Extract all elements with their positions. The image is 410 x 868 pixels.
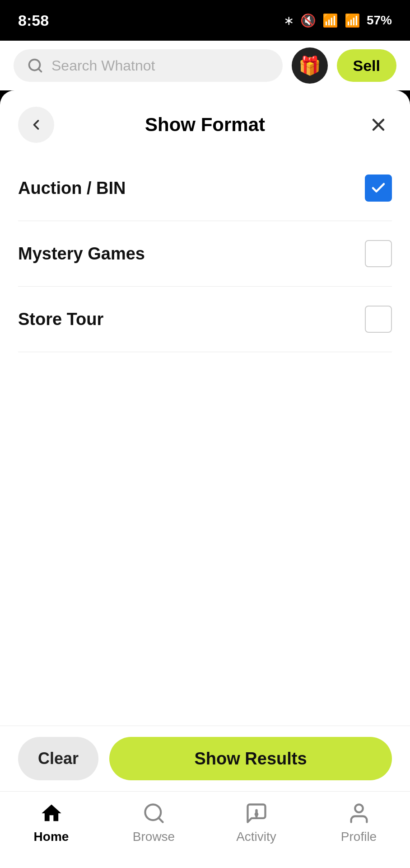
nav-label-home: Home — [34, 830, 69, 844]
signal-icon: 📶 — [345, 13, 360, 28]
checkbox-store-tour[interactable] — [365, 306, 392, 333]
search-placeholder: Search Whatnot — [51, 57, 155, 74]
battery-label: 57% — [367, 13, 392, 28]
svg-line-1 — [38, 69, 42, 72]
nav-label-browse: Browse — [133, 830, 175, 844]
close-icon — [368, 115, 388, 135]
bluetooth-icon: ∗ — [284, 13, 294, 28]
filter-item-store-tour[interactable]: Store Tour — [18, 287, 392, 352]
gift-icon: 🎁 — [298, 55, 321, 76]
activity-icon — [244, 801, 269, 826]
modal-title: Show Format — [145, 114, 265, 136]
home-icon — [39, 801, 64, 826]
checkbox-auction-bin[interactable] — [365, 175, 392, 202]
filter-item-auction-bin[interactable]: Auction / BIN — [18, 156, 392, 221]
sell-label: Sell — [353, 57, 380, 75]
gift-button[interactable]: 🎁 — [292, 47, 328, 84]
filter-options: Auction / BIN Mystery Games Store Tour — [0, 156, 410, 352]
back-icon — [28, 117, 44, 133]
show-results-label: Show Results — [194, 749, 307, 769]
status-bar: 8:58 ∗ 🔇 📶 📶 57% — [0, 0, 410, 41]
checkbox-mystery-games[interactable] — [365, 240, 392, 267]
checkmark-icon — [370, 180, 387, 196]
status-icons: ∗ 🔇 📶 📶 57% — [284, 13, 392, 28]
close-button[interactable] — [365, 111, 392, 138]
nav-item-browse[interactable]: Browse — [102, 801, 205, 844]
bottom-nav: Home Browse Activity Profile — [0, 791, 410, 868]
nav-item-profile[interactable]: Profile — [308, 801, 410, 844]
top-bar: Search Whatnot 🎁 Sell — [0, 41, 410, 90]
filter-label-mystery-games: Mystery Games — [18, 244, 145, 264]
nav-item-activity[interactable]: Activity — [205, 801, 308, 844]
nav-item-home[interactable]: Home — [0, 801, 102, 844]
wifi-icon: 📶 — [322, 13, 338, 28]
bottom-action-bar: Clear Show Results — [0, 726, 410, 791]
svg-point-7 — [355, 805, 363, 812]
status-time: 8:58 — [18, 12, 49, 29]
search-bar[interactable]: Search Whatnot — [14, 49, 283, 82]
nav-label-profile: Profile — [341, 830, 377, 844]
svg-point-6 — [255, 813, 257, 815]
sell-button[interactable]: Sell — [337, 49, 396, 82]
filter-label-store-tour: Store Tour — [18, 310, 103, 329]
svg-line-5 — [158, 818, 163, 822]
filter-label-auction-bin: Auction / BIN — [18, 179, 126, 198]
modal-header: Show Format — [0, 90, 410, 156]
search-icon — [27, 57, 43, 74]
clear-label: Clear — [38, 749, 79, 768]
back-button[interactable] — [18, 107, 54, 143]
modal-panel: Show Format Auction / BIN Mystery Games … — [0, 90, 410, 868]
filter-item-mystery-games[interactable]: Mystery Games — [18, 221, 392, 287]
show-results-button[interactable]: Show Results — [109, 737, 392, 780]
profile-icon — [346, 801, 372, 826]
mute-icon: 🔇 — [300, 13, 316, 28]
clear-button[interactable]: Clear — [18, 737, 98, 780]
browse-icon — [141, 801, 167, 826]
nav-label-activity: Activity — [236, 830, 276, 844]
